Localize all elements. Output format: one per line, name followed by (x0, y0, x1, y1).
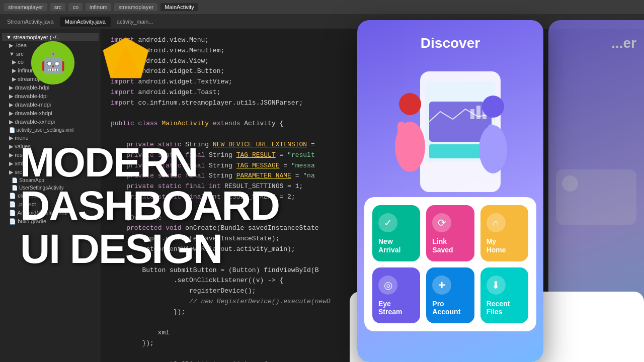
android-logo: 🤖 (30, 40, 75, 85)
sidebar-drawable-xhdpi[interactable]: ▶ drawable-xhdpi (2, 109, 99, 118)
svg-rect-10 (476, 106, 480, 119)
sidebar-res[interactable]: ▶ res-s... (2, 151, 99, 159)
sidebar-menu[interactable]: ▶ menu (2, 134, 99, 142)
card-new-arrival-label: NewArrival (378, 237, 400, 254)
card-link-saved[interactable]: ⟳ LinkSaved (426, 205, 474, 261)
card-link-saved-label: LinkSaved (432, 237, 453, 254)
filetab-streamactivity[interactable]: StreamActivity.java (2, 17, 59, 27)
ide-topbar: streamoplayer src co infinum streamoplay… (0, 0, 644, 14)
svg-text:🤖: 🤖 (41, 51, 66, 75)
sidebar-drawable-ldpi[interactable]: ▶ drawable-ldpi (2, 92, 99, 101)
card-recent-files-label: RecentFiles (487, 300, 510, 317)
ide-filetabs: StreamActivity.java MainActivity.java ac… (0, 14, 644, 29)
phone-panel: Discover ✓ (357, 20, 543, 362)
card-eye-stream[interactable]: ◎ Eye Stream (372, 267, 420, 324)
phone-illustration (357, 51, 543, 197)
filetab-activity-main[interactable]: activity_main... (112, 17, 158, 27)
sidebar-project[interactable]: 📄 .project (2, 200, 99, 209)
card-my-home-label: MyHome (487, 237, 506, 254)
svg-point-15 (482, 96, 504, 118)
card-eye-stream-icon: ◎ (378, 276, 397, 295)
card-recent-files-icon: ⬇ (487, 276, 506, 295)
sidebar-streamapp[interactable]: 📄 StreamApp (2, 176, 99, 184)
card-new-arrival[interactable]: ✓ NewArrival (372, 205, 420, 261)
svg-rect-17 (488, 124, 494, 149)
card-pro-account[interactable]: + Pro Account (426, 267, 474, 324)
sidebar-values[interactable]: ▶ values (2, 142, 99, 151)
sidebar-androidmanifest[interactable]: 📄 AndroidManifest.xml (2, 209, 99, 217)
sidebar-src2[interactable]: ▶ src (2, 168, 99, 176)
svg-rect-14 (397, 122, 405, 149)
card-pro-account-label: Pro Account (432, 300, 468, 317)
sidebar-user-settings-xml[interactable]: 📄 activity_user_settings.xml (2, 126, 99, 134)
card-link-saved-icon: ⟳ (432, 213, 451, 232)
sketch-logo (101, 35, 151, 85)
ide-tab-src[interactable]: src (50, 3, 66, 11)
card-eye-stream-label: Eye Stream (378, 300, 414, 317)
sidebar-buildgradle[interactable]: 📄 build.gradle (2, 217, 99, 226)
discover-title: Discover (421, 35, 480, 51)
ide-tab-infinum[interactable]: infinum (86, 3, 111, 11)
card-recent-files[interactable]: ⬇ RecentFiles (480, 267, 528, 324)
dashboard-grid: ✓ NewArrival ⟳ LinkSaved ⌂ MyHome ◎ Eye … (364, 197, 536, 331)
sidebar-drawable-xxhdpi[interactable]: ▶ drawable-xxhdpi (2, 118, 99, 126)
card-my-home[interactable]: ⌂ MyHome (480, 205, 528, 261)
filetab-mainactivity[interactable]: MainActivity.java (60, 17, 111, 27)
ide-tab-mainactivity[interactable]: MainActivity (160, 3, 198, 11)
sidebar-usersettings[interactable]: 📄 UserSettingsActivity (2, 184, 99, 192)
card-my-home-icon: ⌂ (487, 213, 506, 232)
sidebar-classpath[interactable]: 📄 classpath (2, 192, 99, 200)
card-new-arrival-icon: ✓ (378, 213, 397, 232)
svg-rect-9 (470, 109, 474, 119)
ide-tab-co[interactable]: co (68, 3, 83, 11)
sidebar-drawable-mdpi[interactable]: ▶ drawable-mdpi (2, 101, 99, 109)
ide-tab-streamoplayer[interactable]: streamoplayer (4, 3, 47, 11)
ide-tab-streamoplayer2[interactable]: streamoplayer (114, 3, 157, 11)
svg-point-12 (399, 93, 421, 115)
card-pro-account-icon: + (432, 276, 451, 295)
sidebar-xml[interactable]: ▶ xml (2, 159, 99, 168)
